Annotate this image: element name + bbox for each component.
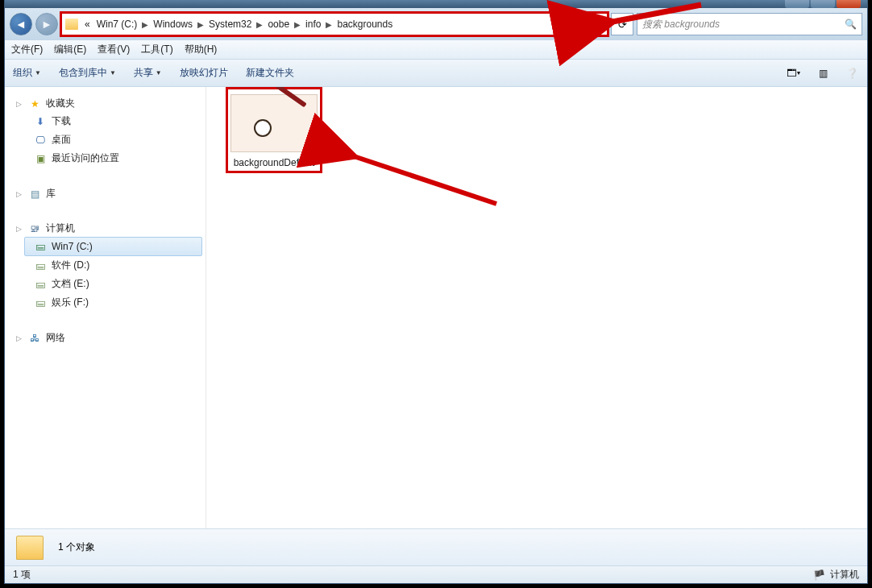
- sidebar-recent[interactable]: ▣最近访问的位置: [16, 149, 202, 168]
- tool-newfolder[interactable]: 新建文件夹: [246, 66, 294, 80]
- chevron-right-icon[interactable]: ▶: [140, 20, 150, 29]
- sidebar-drive-e[interactable]: 🖴文档 (E:): [16, 275, 202, 293]
- network-icon: 🖧: [28, 332, 41, 345]
- file-item[interactable]: backgroundDefault: [226, 87, 322, 173]
- chevron-right-icon[interactable]: ▶: [255, 20, 264, 29]
- back-button[interactable]: ◄: [10, 13, 32, 35]
- minimize-button[interactable]: [785, 0, 809, 8]
- file-thumbnail: [230, 94, 318, 152]
- search-input[interactable]: 搜索 backgrounds 🔍: [637, 13, 862, 35]
- breadcrumb-root[interactable]: «: [81, 19, 93, 30]
- chevron-right-icon[interactable]: ▶: [196, 20, 206, 29]
- details-pane: 1 个对象: [5, 528, 867, 565]
- object-count: 1 个对象: [58, 540, 95, 554]
- menu-help[interactable]: 帮助(H): [185, 43, 218, 56]
- file-name: backgroundDefault: [230, 157, 318, 169]
- chevron-right-icon[interactable]: ▶: [324, 20, 334, 29]
- drive-icon: 🖴: [34, 259, 47, 272]
- breadcrumb-oobe[interactable]: oobe: [264, 19, 293, 30]
- search-icon[interactable]: 🔍: [845, 19, 857, 30]
- breadcrumb-system32[interactable]: System32: [206, 19, 255, 30]
- menu-view[interactable]: 查看(V): [98, 43, 130, 56]
- desktop-icon: 🖵: [34, 134, 47, 147]
- folder-icon: [16, 536, 44, 560]
- tool-organize[interactable]: 组织▼: [13, 66, 41, 80]
- sidebar-desktop[interactable]: 🖵桌面: [16, 130, 202, 149]
- sidebar-computer[interactable]: ▷🖳计算机: [16, 220, 202, 237]
- flag-icon: 🏴: [813, 569, 825, 581]
- close-button[interactable]: [837, 0, 861, 8]
- menu-bar: 文件(F) 编辑(E) 查看(V) 工具(T) 帮助(H): [5, 40, 867, 60]
- download-icon: ⬇: [34, 115, 47, 128]
- annotation-arrow: [343, 115, 505, 215]
- tool-slideshow[interactable]: 放映幻灯片: [180, 66, 228, 80]
- address-dropdown[interactable]: ▼: [587, 20, 604, 28]
- svg-line-0: [351, 155, 496, 204]
- sidebar-libraries[interactable]: ▷▤库: [16, 185, 202, 202]
- breadcrumb-windows[interactable]: Windows: [150, 19, 196, 30]
- recent-icon: ▣: [34, 152, 47, 165]
- chevron-right-icon[interactable]: ▶: [293, 20, 302, 29]
- menu-edit[interactable]: 编辑(E): [54, 43, 86, 56]
- sidebar-downloads[interactable]: ⬇下载: [16, 112, 202, 130]
- toolbar: 组织▼ 包含到库中▼ 共享▼ 放映幻灯片 新建文件夹 🗔▼ ▥ ❔: [5, 60, 867, 87]
- breadcrumb-info[interactable]: info: [302, 19, 324, 30]
- navigation-row: ◄ ► « Win7 (C:) ▶ Windows ▶ System32 ▶ o…: [5, 8, 867, 40]
- status-bar: 1 项 🏴 计算机: [5, 565, 867, 583]
- status-left: 1 项: [13, 568, 31, 582]
- status-right: 计算机: [830, 568, 859, 582]
- view-options-icon[interactable]: 🗔▼: [787, 66, 801, 81]
- sidebar-favorites[interactable]: ▷★收藏夹: [16, 95, 202, 112]
- forward-button[interactable]: ►: [35, 13, 58, 35]
- library-icon: ▤: [28, 188, 41, 201]
- sidebar-drive-f[interactable]: 🖴娱乐 (F:): [16, 293, 202, 312]
- drive-icon: 🖴: [34, 296, 47, 309]
- breadcrumb-backgrounds[interactable]: backgrounds: [334, 19, 396, 30]
- star-icon: ★: [28, 97, 41, 110]
- maximize-button[interactable]: [811, 0, 835, 8]
- refresh-button[interactable]: ⟳: [611, 13, 633, 35]
- search-placeholder: 搜索 backgrounds: [642, 18, 720, 31]
- breadcrumb-drive[interactable]: Win7 (C:): [93, 19, 141, 30]
- menu-tools[interactable]: 工具(T): [141, 43, 172, 56]
- computer-icon: 🖳: [28, 222, 41, 235]
- sidebar-drive-c[interactable]: 🖴Win7 (C:): [24, 237, 202, 256]
- tool-share[interactable]: 共享▼: [134, 66, 162, 80]
- window-titlebar: [5, 0, 867, 8]
- navigation-pane: ▷★收藏夹 ⬇下载 🖵桌面 ▣最近访问的位置 ▷▤库 ▷🖳计算机 🖴Win7 (…: [5, 87, 206, 528]
- tool-include[interactable]: 包含到库中▼: [59, 66, 116, 80]
- drive-icon: 🖴: [34, 278, 47, 291]
- preview-pane-icon[interactable]: ▥: [816, 66, 830, 81]
- address-bar[interactable]: « Win7 (C:) ▶ Windows ▶ System32 ▶ oobe …: [61, 13, 608, 35]
- menu-file[interactable]: 文件(F): [11, 43, 43, 56]
- help-icon[interactable]: ❔: [845, 66, 859, 81]
- sidebar-drive-d[interactable]: 🖴软件 (D:): [16, 256, 202, 275]
- drive-icon: 🖴: [34, 240, 47, 253]
- sidebar-network[interactable]: ▷🖧网络: [16, 329, 202, 346]
- content-pane[interactable]: backgroundDefault: [206, 87, 867, 528]
- folder-icon: [65, 19, 78, 30]
